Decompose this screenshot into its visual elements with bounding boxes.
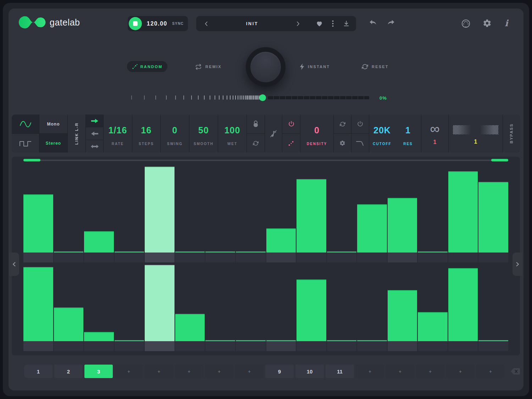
pattern-slot-2[interactable]: 2 [54, 365, 83, 378]
gate-row-1-step-11[interactable] [327, 163, 357, 262]
gate-bar[interactable] [115, 251, 144, 253]
step-bar-area[interactable] [357, 265, 387, 341]
step-bar-area[interactable] [418, 163, 448, 253]
gate-row-1-step-7[interactable] [205, 163, 235, 262]
gate-bar-active[interactable] [145, 167, 174, 253]
gate-row-2-step-7[interactable] [205, 265, 235, 351]
loop-end-handle[interactable] [491, 159, 508, 161]
remix-button[interactable]: REMIX [195, 62, 222, 72]
gate-bar[interactable] [175, 314, 205, 341]
steps-cell[interactable]: 16 STEPS [132, 115, 160, 153]
step-bar-area[interactable] [388, 163, 417, 253]
gate-row-2-step-6[interactable] [175, 265, 205, 351]
gate-row-1-step-1[interactable] [23, 163, 53, 262]
step-bar-area[interactable] [266, 163, 296, 253]
redo-button[interactable] [387, 20, 395, 26]
gate-row-2-step-4[interactable] [115, 265, 144, 351]
step-bar-area[interactable] [115, 163, 144, 253]
gate-bar[interactable] [297, 279, 326, 341]
preset-name[interactable]: INIT [211, 21, 293, 26]
gate-bar[interactable] [327, 340, 357, 341]
step-bar-area[interactable] [236, 163, 266, 253]
gate-row-2-step-14[interactable] [418, 265, 448, 351]
reset-button[interactable]: RESET [361, 62, 389, 72]
page-next-tab[interactable] [512, 253, 522, 276]
bypass-toggle[interactable]: BYPASS [503, 115, 520, 153]
direction-forward-toggle[interactable] [86, 115, 103, 127]
gate-bar[interactable] [175, 251, 205, 253]
preset-prev-button[interactable] [202, 19, 211, 28]
bpm-value[interactable]: 120.00 [142, 21, 172, 27]
pattern-slot-9[interactable]: 9 [265, 365, 294, 378]
cutoff-control[interactable]: 20K CUTOFF [369, 115, 395, 153]
gate-row-1-step-10[interactable] [297, 163, 326, 262]
gate-bar[interactable] [23, 194, 53, 253]
swing-cell[interactable]: 0 SWING [161, 115, 189, 153]
smooth-cell[interactable]: 50 SMOOTH [189, 115, 218, 153]
filter-cycle-button[interactable] [334, 115, 351, 133]
link-lr-toggle[interactable]: LINK L-R [68, 115, 85, 153]
pattern-slot-3[interactable]: 3 [84, 365, 113, 378]
save-preset-button[interactable] [343, 20, 350, 27]
gate-bar[interactable] [54, 251, 84, 253]
gate-row-1-step-2[interactable] [54, 163, 84, 262]
gate-row-2-step-8[interactable] [236, 265, 266, 351]
gate-bar[interactable] [205, 340, 235, 341]
density-cell[interactable]: 0 DENSITY [300, 115, 333, 153]
gate-row-2-step-15[interactable] [448, 265, 478, 351]
gate-bar[interactable] [357, 340, 387, 341]
gate-bar[interactable] [84, 231, 114, 253]
gate-bar[interactable] [418, 251, 448, 253]
info-button[interactable]: i [505, 19, 508, 28]
pattern-slot-1[interactable]: 1 [24, 365, 52, 378]
step-bar-area[interactable] [236, 265, 266, 341]
variation-slider-track[interactable] [268, 96, 369, 99]
favorite-button[interactable] [316, 21, 323, 27]
filter-power-toggle[interactable] [351, 115, 369, 133]
gate-bar[interactable] [266, 340, 296, 341]
delete-pattern-button[interactable] [510, 368, 520, 375]
resonance-control[interactable]: 1 RES [395, 115, 421, 153]
gate-bar[interactable] [388, 198, 417, 253]
gate-row-2-step-3[interactable] [84, 265, 114, 351]
settings-button[interactable] [483, 19, 492, 28]
pattern-slot-add-13[interactable]: + [386, 365, 414, 378]
gate-bar[interactable] [23, 267, 53, 341]
texture-cell[interactable]: 1 [449, 115, 503, 153]
gate-bar[interactable] [478, 340, 508, 341]
gate-row-1-step-12[interactable] [357, 163, 387, 262]
lock-toggle[interactable] [247, 115, 265, 133]
filter-settings-button[interactable] [334, 134, 351, 153]
gate-row-2-step-11[interactable] [327, 265, 357, 351]
gate-bar[interactable] [478, 182, 508, 253]
pattern-slot-add-4[interactable]: + [115, 365, 143, 378]
gate-bar[interactable] [327, 251, 357, 253]
sine-wave-toggle[interactable] [12, 115, 39, 133]
filter-type-button[interactable] [351, 134, 369, 153]
step-bar-area[interactable] [357, 163, 387, 253]
gate-row-2-step-1[interactable] [23, 265, 53, 351]
pattern-slot-add-14[interactable]: + [416, 365, 444, 378]
stop-button[interactable] [129, 17, 142, 30]
gate-row-1-step-13[interactable] [388, 163, 417, 262]
preset-menu-button[interactable] [332, 20, 334, 27]
gate-row-2-step-10[interactable] [297, 265, 326, 351]
gate-bar[interactable] [236, 251, 266, 253]
step-bar-area[interactable] [327, 163, 357, 253]
loop-start-handle[interactable] [23, 159, 40, 161]
pattern-slot-add-6[interactable]: + [175, 365, 203, 378]
step-bar-area[interactable] [23, 265, 53, 341]
main-knob[interactable] [246, 47, 286, 87]
step-bar-area[interactable] [297, 163, 326, 253]
stereo-toggle[interactable]: Stereo [39, 134, 67, 153]
step-bar-area[interactable] [478, 265, 508, 341]
gate-row-1-step-15[interactable] [448, 163, 478, 262]
gate-row-2-step-5[interactable] [145, 265, 174, 351]
step-bar-area[interactable] [418, 265, 448, 341]
gate-row-1-step-6[interactable] [175, 163, 205, 262]
gate-row-1-step-8[interactable] [236, 163, 266, 262]
step-bar-area[interactable] [205, 163, 235, 253]
step-bar-area[interactable] [327, 265, 357, 341]
step-bar-area[interactable] [297, 265, 326, 341]
step-bar-area[interactable] [175, 265, 205, 341]
